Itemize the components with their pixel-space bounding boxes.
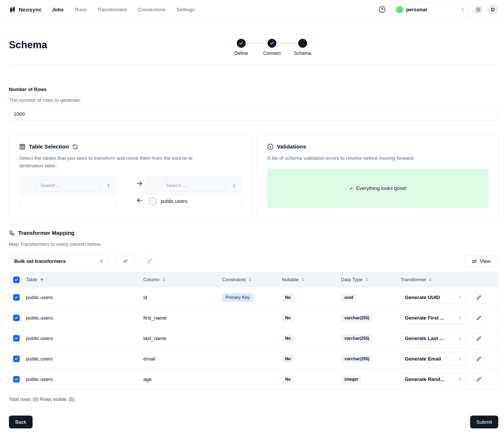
- check-icon: [14, 316, 18, 320]
- pencil-icon: [147, 259, 152, 264]
- chevrons-up-down-icon: [99, 259, 104, 263]
- select-all-checkbox[interactable]: [13, 277, 20, 283]
- nullable-badge: No: [282, 334, 294, 343]
- refresh-icon[interactable]: [72, 144, 78, 150]
- edit-transformer-button[interactable]: [473, 373, 485, 385]
- check-icon: [14, 278, 18, 282]
- table-row: public.users first_name No varchar(255) …: [9, 307, 498, 328]
- data-type-badge: varchar(255): [341, 314, 373, 322]
- theme-toggle-button[interactable]: [475, 6, 482, 13]
- move-right-arrow[interactable]: [136, 180, 143, 187]
- neosync-logo-icon: [9, 6, 16, 13]
- help-button[interactable]: [379, 6, 386, 13]
- cell-table: public.users: [26, 336, 143, 341]
- transformer-select[interactable]: Generate Rand...: [401, 373, 466, 386]
- row-checkbox[interactable]: [13, 356, 20, 362]
- nav-item-runs[interactable]: Runs: [75, 7, 86, 13]
- cell-table: public.users: [26, 295, 143, 300]
- nav-item-connections[interactable]: Connections: [138, 7, 166, 13]
- header-column[interactable]: Column: [143, 277, 222, 283]
- edit-transformer-button[interactable]: [473, 312, 485, 324]
- account-select[interactable]: personal: [391, 3, 469, 17]
- sort-updown-icon[interactable]: [232, 184, 236, 188]
- help-icon: [379, 6, 386, 13]
- header-divider: [9, 64, 498, 65]
- workflow-icon: [9, 230, 15, 236]
- table-selection-title: Table Selection: [29, 144, 69, 150]
- submit-button[interactable]: Submit: [470, 416, 498, 428]
- user-avatar[interactable]: D: [487, 4, 498, 15]
- data-type-badge: integer: [341, 375, 362, 384]
- edit-transformer-button[interactable]: [473, 353, 485, 365]
- step-schema-indicator[interactable]: [298, 39, 307, 48]
- back-button[interactable]: Back: [9, 416, 33, 428]
- sort-updown-icon[interactable]: [107, 184, 111, 188]
- row-checkbox[interactable]: [13, 315, 20, 321]
- edit-transformer-button[interactable]: [473, 332, 485, 344]
- header-nullable[interactable]: Nullable: [282, 277, 341, 283]
- destination-item-checkbox[interactable]: [149, 198, 156, 205]
- transformer-select[interactable]: Generate Last ...: [401, 332, 466, 345]
- chevrons-up-down-icon: [458, 295, 462, 299]
- destination-item-label: public.users: [161, 198, 187, 204]
- bulk-set-transformers-select[interactable]: Bulk set transformers: [9, 254, 109, 268]
- chevrons-up-down-icon: [460, 8, 465, 12]
- table-row: public.users last_name No varchar(255) G…: [9, 328, 498, 348]
- step-schema: Schema: [291, 39, 314, 56]
- nav-item-transformers[interactable]: Transformers: [97, 7, 127, 13]
- destination-search-input[interactable]: [162, 180, 225, 192]
- destination-listbox: public.users: [145, 177, 242, 208]
- pencil-icon: [476, 377, 481, 382]
- source-list-empty: [19, 195, 117, 208]
- edit-bulk-button[interactable]: [141, 254, 158, 268]
- header-table[interactable]: Table: [26, 277, 143, 283]
- step-define: Define: [229, 39, 253, 56]
- row-checkbox[interactable]: [13, 376, 20, 383]
- table-row: public.users id Primary Key No uuid Gene…: [9, 287, 498, 307]
- row-checkbox[interactable]: [13, 335, 20, 342]
- top-nav: Neosync Jobs Runs Transformers Connectio…: [0, 0, 504, 19]
- step-connect: Connect: [260, 39, 284, 56]
- step-connect-indicator[interactable]: [267, 39, 276, 48]
- schema-page: Neosync Jobs Runs Transformers Connectio…: [0, 0, 504, 435]
- nav-item-settings[interactable]: Settings: [177, 7, 195, 13]
- transformer-select[interactable]: Generate Email: [401, 353, 466, 365]
- move-left-arrow[interactable]: [136, 197, 143, 204]
- nullable-badge: No: [282, 355, 294, 363]
- cell-table: public.users: [26, 356, 143, 362]
- pencil-icon: [476, 336, 481, 341]
- transformer-select[interactable]: Generate UUID: [401, 291, 466, 304]
- validations-title: Validations: [277, 144, 306, 150]
- rows-count-input[interactable]: [9, 108, 498, 121]
- header-transformer[interactable]: Transformer: [401, 277, 473, 283]
- destination-list-item[interactable]: public.users: [145, 195, 242, 208]
- chevrons-up-down-icon: [458, 316, 462, 320]
- check-icon: [123, 259, 128, 264]
- row-checkbox[interactable]: [13, 294, 20, 301]
- check-icon: [14, 377, 18, 381]
- chevrons-up-down-icon: [458, 357, 462, 361]
- header-constraints[interactable]: Constraints: [222, 277, 282, 283]
- table-row: public.users age No integer Generate Ran…: [9, 369, 498, 389]
- table-selection-description: Select the tables that you want to trans…: [19, 154, 198, 170]
- transformer-select[interactable]: Generate First ...: [401, 312, 466, 324]
- stepper: Define Connect Schema: [229, 39, 314, 59]
- apply-bulk-button[interactable]: [116, 254, 135, 268]
- nav-item-jobs[interactable]: Jobs: [52, 7, 64, 13]
- validations-description: A list of schema validation errors to re…: [267, 154, 446, 162]
- source-search-input[interactable]: [36, 180, 100, 192]
- sort-updown-icon: [162, 278, 166, 282]
- view-button[interactable]: View: [464, 255, 498, 267]
- nullable-badge: No: [282, 314, 294, 322]
- edit-transformer-button[interactable]: [473, 291, 485, 303]
- step-define-indicator[interactable]: [237, 39, 246, 48]
- table-row: public.users email No varchar(255) Gener…: [9, 348, 498, 369]
- pencil-icon: [476, 357, 481, 361]
- sort-updown-icon: [301, 278, 305, 282]
- neosync-logo[interactable]: Neosync: [9, 6, 42, 13]
- header-data-type[interactable]: Data Type: [341, 277, 401, 283]
- table-selection-card: Table Selection Select the tables that y…: [9, 134, 251, 220]
- success-message: Everything looks good!: [356, 185, 407, 191]
- chevrons-up-down-icon: [458, 377, 462, 381]
- check-icon: [14, 336, 18, 340]
